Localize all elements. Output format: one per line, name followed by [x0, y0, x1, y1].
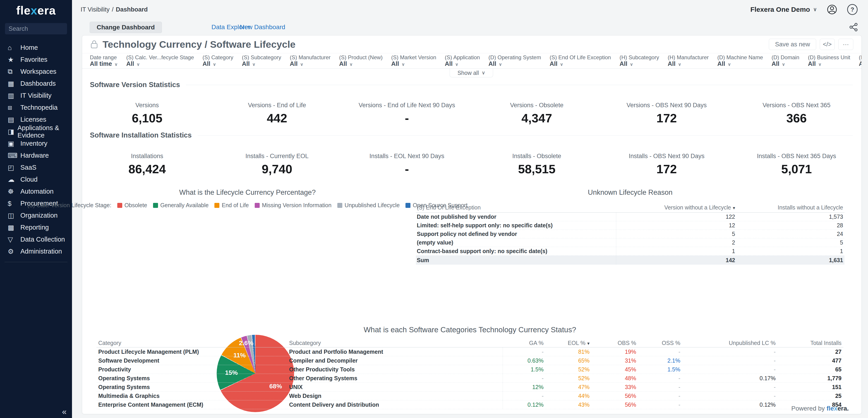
sidebar-item-administration[interactable]: ⚙Administration — [0, 245, 72, 257]
column-header-unpublished-lc[interactable]: Unpublished LC % — [682, 340, 777, 346]
share-icon[interactable] — [849, 23, 858, 32]
sidebar-item-hardware[interactable]: ⌨Hardware — [0, 149, 72, 162]
column-header-obs[interactable]: OBS % — [591, 340, 638, 346]
show-all-filters-button[interactable]: Show all ∨ — [450, 69, 493, 77]
column-header-ga[interactable]: GA % — [503, 340, 546, 346]
sidebar-item-automation[interactable]: ☸Automation — [0, 185, 72, 198]
cell-obs: 56% — [591, 393, 638, 399]
help-icon[interactable]: ? — [847, 4, 858, 15]
sidebar-item-licenses[interactable]: ▤Licenses — [0, 113, 72, 126]
filter-value-dropdown[interactable]: All ∨ — [550, 60, 611, 68]
table-row[interactable]: Software DevelopmentCompiler and Decompi… — [96, 356, 843, 365]
filter-value-dropdown[interactable]: All ∨ — [290, 60, 331, 68]
filter-value-dropdown[interactable]: All ∨ — [242, 60, 281, 68]
account-icon[interactable] — [827, 4, 837, 15]
sidebar-item-label: Cloud — [20, 176, 38, 183]
cell-total-installs: 1,779 — [777, 375, 843, 382]
section-installation-statistics: Software Installation Statistics — [90, 131, 853, 139]
cell-obs: 56% — [591, 402, 638, 408]
column-header-s-end-of-life-exception[interactable]: (S) End Of Life Exception — [416, 203, 616, 212]
legend-item-end-of-life[interactable]: End of Life — [214, 202, 249, 209]
table-row[interactable]: Contract-based support only: no specific… — [416, 247, 844, 255]
column-header-category[interactable]: Category — [96, 340, 289, 346]
filter-value-dropdown[interactable]: All ∨ — [772, 60, 799, 68]
breadcrumb-separator: / — [112, 6, 114, 13]
table-row[interactable]: Enterprise Content Management (ECM)Conte… — [96, 400, 843, 409]
sidebar-item-favorites[interactable]: ★Favorites — [0, 54, 72, 66]
stat-tile-label: Installs - Currently EOL — [212, 152, 342, 160]
sidebar-item-cloud[interactable]: ☁Cloud — [0, 173, 72, 185]
chevron-down-icon: ∨ — [498, 62, 502, 67]
filter-value-dropdown[interactable]: All ∨ — [717, 60, 763, 68]
stat-tile-value: 172 — [602, 162, 732, 176]
new-dashboard-link[interactable]: New Dashboard — [240, 22, 285, 33]
table-row[interactable]: Product Lifecycle Management (PLM)Produc… — [96, 347, 843, 356]
filter-value-dropdown[interactable]: All ∨ — [126, 60, 194, 68]
save-as-new-button[interactable]: Save as new — [769, 39, 816, 50]
sidebar-item-it-visibility[interactable]: ▥IT Visibility — [0, 90, 72, 102]
sidebar-item-label: Applications & Evidence — [18, 124, 72, 139]
sidebar-item-dashboards[interactable]: ▦Dashboards — [0, 78, 72, 90]
legend-item-generally-available[interactable]: Generally Available — [153, 202, 209, 209]
sidebar-item-label: Hardware — [20, 152, 49, 159]
column-header-installs-without-a-lifecycle[interactable]: Installs without a Lifecycle — [737, 204, 844, 211]
cell-category: Productivity — [96, 366, 289, 373]
filter-value-dropdown[interactable]: All ∨ — [808, 60, 850, 68]
filter-value-dropdown[interactable]: All ∨ — [859, 60, 862, 68]
cell-obs: 19% — [591, 349, 638, 355]
column-header-eol[interactable]: EOL %▾ — [546, 340, 591, 346]
saas-screen-icon: ◰ — [8, 164, 20, 171]
sidebar-item-saas[interactable]: ◰SaaS — [0, 162, 72, 173]
column-header-version-without-a-lifecycle[interactable]: Version without a Lifecycle▾ — [616, 204, 737, 211]
org-selector[interactable]: Flexera One Demo ∨ — [750, 6, 817, 13]
table-row[interactable]: (empty value)25 — [416, 238, 844, 247]
sidebar-item-reporting[interactable]: ▩Reporting — [0, 221, 72, 234]
filter-label: (D) Business Unit — [808, 55, 850, 60]
table-row[interactable]: Operating SystemsUNIX12%47%33%--151 — [96, 383, 843, 391]
filter-value-dropdown[interactable]: All ∨ — [445, 60, 480, 68]
stat-tile-label: Installs - EOL Next 90 Days — [342, 152, 472, 160]
filter-value-dropdown[interactable]: All ∨ — [668, 60, 709, 68]
sidebar-item-organization[interactable]: ◫Organization — [0, 209, 72, 221]
stat-tile-label: Versions - Obsolete — [472, 102, 602, 109]
more-options-button[interactable]: ··· — [838, 39, 853, 50]
sidebar-item-data-collection[interactable]: ▽Data Collection — [0, 234, 72, 245]
legend-swatch — [214, 203, 219, 208]
legend-item-obsolete[interactable]: Obsolete — [117, 202, 147, 209]
breadcrumb-section[interactable]: IT Visibility — [81, 6, 110, 13]
sidebar-item-workspaces[interactable]: ⧉Workspaces — [0, 66, 72, 78]
table-row[interactable]: Limited: self-help support only: no spec… — [416, 221, 844, 230]
legend-swatch — [117, 203, 122, 208]
sidebar-item-applications-evidence[interactable]: ◨Applications & Evidence — [0, 126, 72, 138]
column-header-total-installs[interactable]: Total Installs — [777, 340, 843, 346]
filter-value-dropdown[interactable]: All ∨ — [203, 60, 234, 68]
legend-item-missing-version-information[interactable]: Missing Version Information — [255, 202, 332, 209]
sidebar-collapse-button[interactable]: « — [62, 407, 67, 417]
cell-oss: 1.5% — [638, 366, 682, 373]
sidebar-item-technopedia[interactable]: ⧈Technopedia — [0, 102, 72, 113]
table-row[interactable]: Date not published by vendor1221,573 — [416, 213, 844, 221]
cell-eol: 47% — [546, 384, 591, 390]
embed-code-button[interactable]: </> — [820, 39, 835, 50]
filter-d-business-unit: (D) Business UnitAll ∨ — [808, 55, 850, 68]
table-row[interactable]: Operating SystemsOther Operating Systems… — [96, 374, 843, 383]
table-row[interactable]: Support policy not defined by vendor524 — [416, 230, 844, 238]
column-header-subcategory[interactable]: Subcategory — [289, 339, 503, 347]
filter-value-dropdown[interactable]: All time ∨ — [90, 60, 118, 68]
table-row[interactable]: ProductivityOther Productivity Tools1.5%… — [96, 365, 843, 374]
filter-value-dropdown[interactable]: All ∨ — [489, 60, 541, 68]
filter-value-dropdown[interactable]: All ∨ — [391, 60, 436, 68]
filter-label: (S) Product (New) — [339, 55, 382, 60]
sidebar-item-inventory[interactable]: ▣Inventory — [0, 138, 72, 149]
cell-installs: 1,631 — [737, 257, 844, 264]
sidebar-item-label: Organization — [20, 212, 58, 219]
filter-value-dropdown[interactable]: All ∨ — [339, 60, 382, 68]
filter-value-dropdown[interactable]: All ∨ — [619, 60, 659, 68]
column-header-oss[interactable]: OSS % — [638, 340, 682, 346]
table-row[interactable]: Multimedia & GraphicsWeb Design-44%56%--… — [96, 391, 843, 400]
unknown-lifecycle-table: (S) End Of Life ExceptionVersion without… — [416, 203, 844, 265]
cell-installs: 1,573 — [737, 213, 844, 220]
change-dashboard-button[interactable]: Change Dashboard — [90, 22, 162, 33]
legend-item-unpublished-lifecycle[interactable]: Unpublished Lifecycle — [337, 202, 400, 209]
sidebar-item-home[interactable]: ⌂Home — [0, 42, 72, 54]
